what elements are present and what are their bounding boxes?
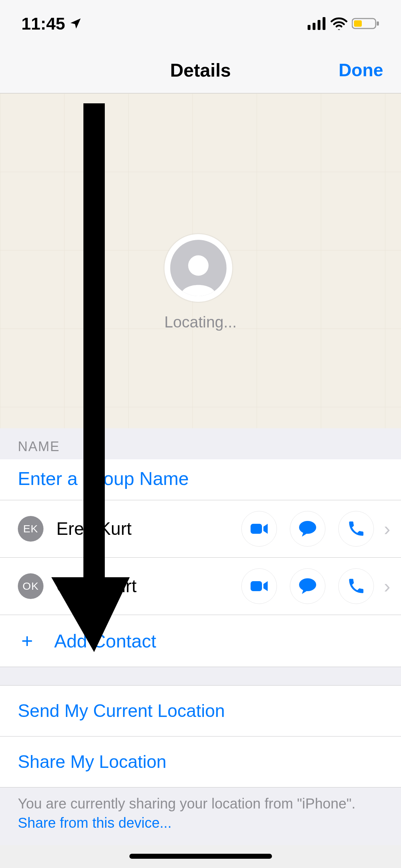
message-button[interactable] — [290, 511, 325, 547]
svg-rect-3 — [323, 17, 325, 30]
video-call-button[interactable] — [241, 511, 277, 547]
add-contact-button[interactable]: + Add Contact — [0, 615, 401, 667]
home-indicator[interactable] — [129, 854, 272, 859]
status-time-area: 11:45 — [21, 14, 82, 33]
call-button[interactable] — [338, 511, 374, 547]
name-section-header: NAME — [0, 428, 401, 459]
svg-rect-10 — [251, 581, 262, 591]
svg-rect-2 — [318, 20, 320, 30]
status-time: 11:45 — [21, 14, 65, 33]
chevron-right-icon: › — [384, 518, 390, 540]
nav-bar: Details Done — [0, 47, 401, 93]
share-my-location-button[interactable]: Share My Location — [0, 737, 401, 787]
contact-actions — [241, 511, 374, 547]
svg-rect-0 — [308, 25, 310, 30]
contact-row-ozge[interactable]: OK Ozge Kurt › — [0, 558, 401, 615]
chevron-right-icon: › — [384, 575, 390, 597]
map-locating-status: Locating... — [164, 313, 237, 331]
status-right — [308, 17, 380, 30]
avatar: OK — [18, 573, 43, 599]
contact-row-eren[interactable]: EK Eren Kurt › — [0, 500, 401, 558]
svg-rect-8 — [251, 524, 262, 534]
battery-icon — [352, 17, 380, 30]
message-icon — [298, 520, 317, 537]
page-title: Details — [170, 60, 231, 81]
video-call-button[interactable] — [241, 568, 277, 604]
contact-name: Ozge Kurt — [56, 576, 241, 596]
group-name-placeholder: Enter a Group Name — [18, 468, 189, 489]
avatar-placeholder-icon — [170, 240, 226, 296]
svg-rect-6 — [354, 20, 362, 27]
contact-actions — [241, 568, 374, 604]
phone-icon — [348, 521, 364, 537]
svg-rect-1 — [313, 23, 315, 30]
svg-point-11 — [299, 578, 316, 591]
status-bar: 11:45 — [0, 0, 401, 47]
contact-name: Eren Kurt — [56, 518, 241, 539]
map-avatar-pin: Locating... — [164, 234, 237, 331]
map-area[interactable]: Locating... — [0, 93, 401, 428]
wifi-icon — [330, 17, 348, 30]
message-icon — [298, 578, 317, 595]
svg-point-7 — [188, 255, 208, 275]
share-from-device-link[interactable]: Share from this device... — [18, 815, 171, 831]
call-button[interactable] — [338, 568, 374, 604]
group-name-input[interactable]: Enter a Group Name — [0, 459, 401, 500]
plus-icon: + — [18, 629, 36, 652]
section-gap — [0, 667, 401, 686]
location-arrow-icon — [69, 17, 82, 30]
cellular-icon — [308, 17, 326, 30]
done-button[interactable]: Done — [339, 60, 383, 81]
footer-text: You are currently sharing your location … — [18, 796, 355, 811]
avatar: EK — [18, 516, 43, 542]
svg-point-9 — [299, 521, 316, 534]
location-sharing-note: You are currently sharing your location … — [0, 787, 401, 845]
add-contact-label: Add Contact — [54, 630, 156, 652]
video-icon — [250, 580, 268, 593]
phone-icon — [348, 578, 364, 594]
message-button[interactable] — [290, 568, 325, 604]
svg-rect-5 — [377, 21, 379, 26]
video-icon — [250, 522, 268, 535]
map-avatar-circle — [164, 234, 232, 302]
send-current-location-button[interactable]: Send My Current Location — [0, 686, 401, 737]
